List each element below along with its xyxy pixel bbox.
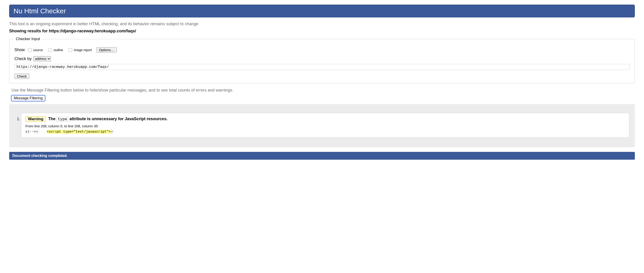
checkby-select[interactable]: address <box>34 56 51 61</box>
checker-input-fieldset: Checker Input Show source outline image … <box>9 37 635 83</box>
image-report-checkbox-text: image report <box>74 48 92 52</box>
message-text-after: attribute is unnecessary for JavaScript … <box>68 117 168 121</box>
checkby-row: Check by address <box>14 56 630 70</box>
snippet-gap <box>38 130 47 134</box>
results-for-prefix: Showing results for <box>9 29 49 33</box>
message-filtering-button[interactable]: Message Filtering <box>11 95 45 101</box>
snippet-pre: s)--> <box>26 130 36 134</box>
newline-icon: ↩ <box>36 130 38 134</box>
results-list: Warning The type attribute is unnecessar… <box>15 113 629 138</box>
message-snippet: s)-->↩ <script type="text/javascript">↩ <box>26 130 625 134</box>
image-report-checkbox-label[interactable]: image report <box>68 48 92 53</box>
options-button[interactable]: Options… <box>96 47 117 53</box>
message-location: From line 208, column 5; to line 208, co… <box>26 124 625 128</box>
results-box: Warning The type attribute is unnecessar… <box>9 104 635 147</box>
source-checkbox[interactable] <box>28 48 32 52</box>
image-report-checkbox[interactable] <box>68 48 72 52</box>
check-button[interactable]: Check <box>14 74 29 79</box>
message-code: type <box>56 117 68 122</box>
results-for-url: https://django-raceway.herokuapp.com/faq… <box>49 29 136 33</box>
newline-icon: ↩ <box>111 130 114 134</box>
show-label: Show <box>14 48 25 52</box>
intro-text: This tool is an ongoing experiment in be… <box>9 22 635 26</box>
header-bar: Nu Html Checker <box>9 5 635 18</box>
message-text: The type attribute is unnecessary for Ja… <box>48 117 168 121</box>
result-item: Warning The type attribute is unnecessar… <box>21 113 629 138</box>
completed-bar: Document checking completed. <box>9 152 635 160</box>
page-title: Nu Html Checker <box>14 7 630 15</box>
message-heading: Warning The type attribute is unnecessar… <box>26 116 625 122</box>
results-for: Showing results for https://django-racew… <box>9 29 635 34</box>
outline-checkbox-text: outline <box>54 48 63 52</box>
filter-note: Use the Message Filtering button below t… <box>12 88 635 93</box>
address-input[interactable] <box>14 64 630 70</box>
outline-checkbox-label[interactable]: outline <box>48 48 63 53</box>
message-text-before: The <box>48 117 56 121</box>
check-row: Check <box>14 74 630 79</box>
show-row: Show source outline image report Options… <box>14 47 630 53</box>
warning-badge: Warning <box>26 116 46 122</box>
checkby-label: Check by <box>14 57 32 61</box>
outline-checkbox[interactable] <box>48 48 52 52</box>
source-checkbox-label[interactable]: source <box>27 48 43 53</box>
checker-input-legend: Checker Input <box>14 37 42 41</box>
source-checkbox-text: source <box>33 48 43 52</box>
snippet-highlight: <script type="text/javascript"> <box>47 130 111 134</box>
